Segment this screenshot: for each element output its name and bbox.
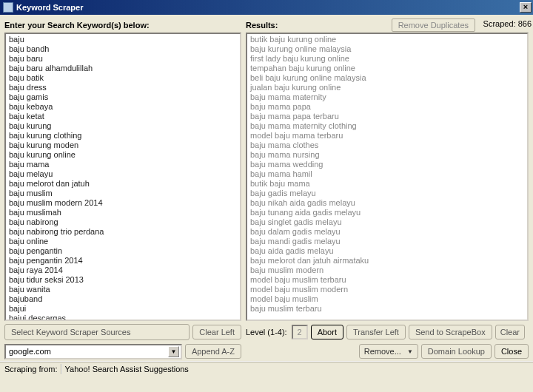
list-item[interactable]: baju melorot dan jatuh airmataku <box>247 256 527 266</box>
list-item[interactable]: baju nabirong <box>6 217 240 227</box>
list-item[interactable]: butik baju kurung online <box>247 35 527 44</box>
list-item[interactable]: model baju muslim modern <box>247 285 527 294</box>
clear-left-button[interactable]: Clear Left <box>192 325 241 339</box>
list-item[interactable]: tempahan baju kurung online <box>247 64 527 73</box>
list-item[interactable]: baju dalam gadis melayu <box>247 227 527 237</box>
source-dropdown-value: google.com <box>9 347 51 356</box>
send-scrapebox-button[interactable]: Send to ScrapeBox <box>409 325 492 339</box>
list-item[interactable]: baju nabirong trio perdana <box>6 227 240 237</box>
list-item[interactable]: baju wanita <box>6 285 240 294</box>
list-item[interactable]: baju mama papa <box>247 102 527 112</box>
list-item[interactable]: bajuband <box>6 294 240 304</box>
list-item[interactable]: baju tunang aida gadis melayu <box>247 208 527 217</box>
list-item[interactable]: baju mama hamil <box>247 169 527 179</box>
list-item[interactable]: baju gadis melayu <box>247 189 527 198</box>
list-item[interactable]: baju aida gadis melayu <box>247 246 527 256</box>
list-item[interactable]: baju pengantin 2014 <box>6 256 240 266</box>
list-item[interactable]: baju mama wedding <box>247 160 527 169</box>
list-item[interactable]: bajui <box>6 304 240 314</box>
list-item[interactable]: baju raya 2014 <box>6 266 240 275</box>
list-item[interactable]: baju muslim modern <box>247 266 527 275</box>
list-item[interactable]: baju baru alhamdulillah <box>6 64 240 73</box>
list-item[interactable]: baju mama <box>6 160 240 169</box>
left-pane: Enter your Search Keyword(s) below: baju… <box>4 18 241 361</box>
status-source: Yahoo! Search Assist Suggestions <box>65 365 189 374</box>
append-az-button[interactable]: Append A-Z <box>185 344 241 359</box>
list-item[interactable]: baju kurung online malaysia <box>247 44 527 54</box>
chevron-down-icon: ▼ <box>407 348 413 355</box>
list-item[interactable]: baju kurung online <box>6 150 240 160</box>
list-item[interactable]: model baju mama terbaru <box>247 131 527 141</box>
list-item[interactable]: model baju muslim <box>247 294 527 304</box>
level-input <box>292 325 308 339</box>
list-item[interactable]: first lady baju kurung online <box>247 54 527 64</box>
list-item[interactable]: butik baju mama <box>247 179 527 189</box>
close-icon[interactable]: × <box>520 2 532 13</box>
list-item[interactable]: baju mama papa terbaru <box>247 112 527 121</box>
list-item[interactable]: baju mama maternity <box>247 92 527 102</box>
domain-lookup-button[interactable]: Domain Lookup <box>421 344 492 359</box>
list-item[interactable]: baju tidur seksi 2013 <box>6 275 240 285</box>
close-button[interactable]: Close <box>495 344 529 359</box>
right-label-row: Results: Remove Duplicates Scraped: 866 <box>246 18 529 33</box>
list-item[interactable]: baju mama clothes <box>247 141 527 150</box>
list-item[interactable]: baju muslim <box>6 189 240 198</box>
list-item[interactable]: baju ketat <box>6 112 240 121</box>
scraped-counter: Scraped: 866 <box>483 19 532 28</box>
abort-button[interactable]: Abort <box>311 325 343 339</box>
remove-duplicates-button[interactable]: Remove Duplicates <box>392 18 475 32</box>
transfer-left-button[interactable]: Transfer Left <box>346 325 406 339</box>
list-item[interactable]: baju kurung moden <box>6 141 240 150</box>
level-label: Level (1-4): <box>246 328 287 337</box>
list-item[interactable]: baju dress <box>6 83 240 92</box>
list-item[interactable]: baju bandh <box>6 44 240 54</box>
title-bar: Keyword Scraper × <box>0 0 533 15</box>
list-item[interactable]: baju muslimah <box>6 208 240 217</box>
main-panel: Enter your Search Keyword(s) below: baju… <box>0 15 533 361</box>
list-item[interactable]: bajui descargas <box>6 314 240 321</box>
list-item[interactable]: baju singlet gadis melayu <box>247 217 527 227</box>
list-item[interactable]: baju gamis <box>6 92 240 102</box>
list-item[interactable]: baju mama nursing <box>247 150 527 160</box>
list-item[interactable]: baju melorot dan jatuh <box>6 179 240 189</box>
clear-button[interactable]: Clear <box>495 325 525 339</box>
right-controls: Level (1-4): Abort Transfer Left Send to… <box>246 321 529 361</box>
status-bar: Scraping from: Yahoo! Search Assist Sugg… <box>0 361 533 376</box>
status-prefix: Scraping from: <box>4 365 58 374</box>
list-item[interactable]: baju kebaya <box>6 102 240 112</box>
left-label: Enter your Search Keyword(s) below: <box>4 18 241 33</box>
chevron-down-icon[interactable]: ▼ <box>168 346 179 357</box>
list-item[interactable]: baju batik <box>6 73 240 83</box>
list-item[interactable]: baju mama maternity clothing <box>247 121 527 131</box>
list-item[interactable]: baju nikah aida gadis melayu <box>247 198 527 208</box>
left-controls: Select Keyword Scraper Sources Clear Lef… <box>4 321 241 361</box>
list-item[interactable]: baju online <box>6 237 240 246</box>
list-item[interactable]: jualan baju kurung online <box>247 83 527 92</box>
list-item[interactable]: baju muslim modern 2014 <box>6 198 240 208</box>
list-item[interactable]: beli baju kurung online malaysia <box>247 73 527 83</box>
window-title: Keyword Scraper <box>16 3 520 12</box>
list-item[interactable]: baju mandi gadis melayu <box>247 237 527 246</box>
list-item[interactable]: baju kurung <box>6 121 240 131</box>
select-sources-button[interactable]: Select Keyword Scraper Sources <box>4 324 190 340</box>
keywords-listbox[interactable]: bajubaju bandhbaju barubaju baru alhamdu… <box>4 33 241 321</box>
list-item[interactable]: baju muslim terbaru <box>247 304 527 314</box>
list-item[interactable]: baju pengantin <box>6 246 240 256</box>
source-dropdown[interactable]: google.com ▼ <box>4 344 182 359</box>
app-icon <box>3 2 13 13</box>
list-item[interactable]: baju melayu <box>6 169 240 179</box>
remove-dropdown[interactable]: Remove... ▼ <box>359 344 418 359</box>
status-separator <box>61 364 62 374</box>
list-item[interactable]: baju <box>6 35 240 44</box>
results-label: Results: <box>246 21 278 30</box>
list-item[interactable]: baju kurung clothing <box>6 131 240 141</box>
list-item[interactable]: model baju muslim terbaru <box>247 275 527 285</box>
right-pane: Results: Remove Duplicates Scraped: 866 … <box>246 18 529 361</box>
results-listbox[interactable]: butik baju kurung onlinebaju kurung onli… <box>246 33 529 321</box>
list-item[interactable]: baju baru <box>6 54 240 64</box>
